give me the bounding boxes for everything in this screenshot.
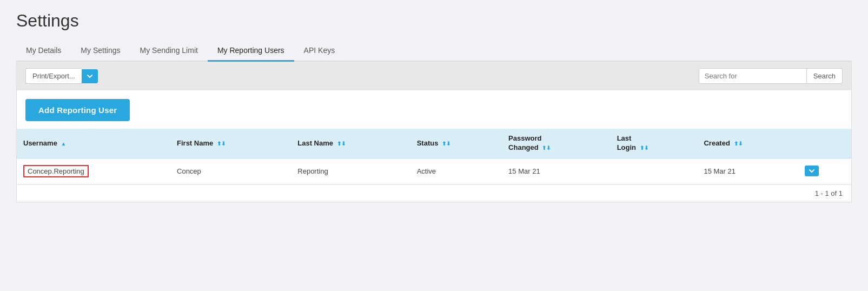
- col-header-username[interactable]: Username ▲: [17, 129, 170, 158]
- print-export-button[interactable]: Print/Export...: [25, 68, 82, 84]
- cell-first-name: Concep: [170, 158, 291, 184]
- sort-icon-status: ⬆⬇: [442, 141, 450, 147]
- cell-status: Active: [410, 158, 502, 184]
- table-body: Concep.Reporting Concep Reporting Active…: [17, 158, 851, 184]
- sort-icon-last-name: ⬆⬇: [337, 141, 346, 147]
- sort-icon-username: ▲: [61, 141, 67, 147]
- toolbar-left: Print/Export...: [25, 68, 98, 84]
- data-table: Username ▲ First Name ⬆⬇ Last Name ⬆⬇ St…: [17, 129, 851, 184]
- chevron-down-icon: [809, 168, 814, 174]
- col-header-last-login[interactable]: LastLogin ⬆⬇: [611, 129, 698, 158]
- search-input[interactable]: [699, 68, 807, 84]
- cell-password-changed: 15 Mar 21: [502, 158, 611, 184]
- toolbar: Print/Export... Search: [17, 62, 851, 90]
- cell-last-name: Reporting: [291, 158, 410, 184]
- username-value[interactable]: Concep.Reporting: [23, 165, 89, 177]
- page-title: Settings: [16, 11, 852, 31]
- cell-created: 15 Mar 21: [697, 158, 798, 184]
- add-user-section: Add Reporting User: [17, 90, 851, 127]
- col-header-status[interactable]: Status ⬆⬇: [410, 129, 502, 158]
- table-header: Username ▲ First Name ⬆⬇ Last Name ⬆⬇ St…: [17, 129, 851, 158]
- col-header-last-name[interactable]: Last Name ⬆⬇: [291, 129, 410, 158]
- tab-my-details[interactable]: My Details: [16, 41, 71, 62]
- content-panel: Print/Export... Search Add Reporting Use…: [16, 62, 852, 202]
- table-header-row: Username ▲ First Name ⬆⬇ Last Name ⬆⬇ St…: [17, 129, 851, 158]
- sort-icon-last-login: ⬆⬇: [640, 145, 648, 151]
- pagination-bar: 1 - 1 of 1: [17, 184, 851, 202]
- print-export-dropdown-button[interactable]: [82, 69, 98, 83]
- tab-my-reporting-users[interactable]: My Reporting Users: [208, 41, 294, 62]
- col-header-actions: [798, 129, 851, 158]
- toolbar-right: Search: [699, 68, 843, 84]
- cell-row-action: [798, 158, 851, 184]
- table-row: Concep.Reporting Concep Reporting Active…: [17, 158, 851, 184]
- page-container: Settings My Details My Settings My Sendi…: [0, 0, 868, 291]
- col-header-password-changed[interactable]: PasswordChanged ⬆⬇: [502, 129, 611, 158]
- tab-my-sending-limit[interactable]: My Sending Limit: [130, 41, 208, 62]
- sort-icon-first-name: ⬆⬇: [217, 141, 226, 147]
- sort-icon-created: ⬆⬇: [734, 141, 743, 147]
- add-reporting-user-button[interactable]: Add Reporting User: [25, 99, 130, 121]
- cell-username: Concep.Reporting: [17, 158, 170, 184]
- tab-my-settings[interactable]: My Settings: [71, 41, 130, 62]
- chevron-down-icon: [87, 73, 93, 80]
- sort-icon-password-changed: ⬆⬇: [542, 145, 551, 151]
- col-header-first-name[interactable]: First Name ⬆⬇: [170, 129, 291, 158]
- pagination-label: 1 - 1 of 1: [815, 189, 843, 197]
- cell-last-login: [611, 158, 698, 184]
- tab-api-keys[interactable]: API Keys: [294, 41, 345, 62]
- col-header-created[interactable]: Created ⬆⬇: [697, 129, 798, 158]
- tabs-bar: My Details My Settings My Sending Limit …: [16, 41, 852, 62]
- search-button[interactable]: Search: [807, 68, 843, 84]
- row-action-button[interactable]: [805, 166, 819, 176]
